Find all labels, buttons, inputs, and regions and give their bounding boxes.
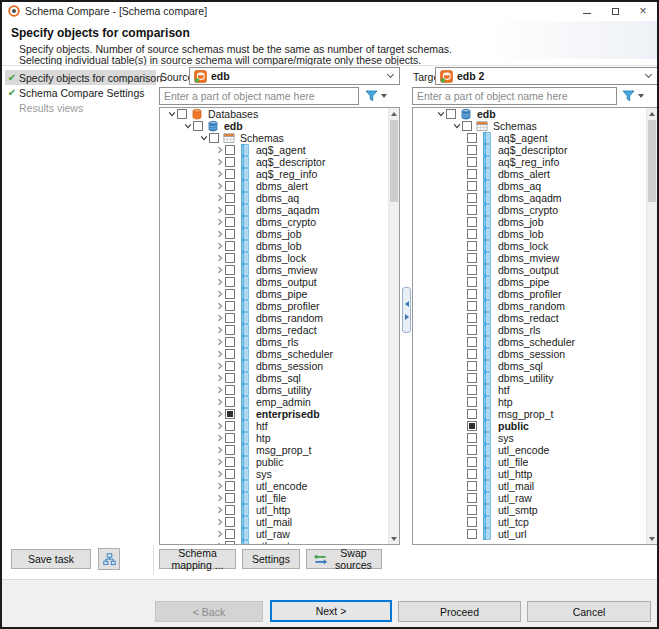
tree-checkbox[interactable]	[225, 481, 235, 491]
tree-checkbox[interactable]	[467, 493, 477, 503]
expander-closed-icon[interactable]	[214, 290, 225, 298]
tree-node[interactable]: emp_admin	[160, 396, 399, 408]
tree-node[interactable]: utl_raw	[160, 528, 399, 540]
tree-checkbox[interactable]	[225, 241, 235, 251]
tree-checkbox[interactable]	[225, 157, 235, 167]
expander-closed-icon[interactable]	[214, 194, 225, 202]
expander-closed-icon[interactable]	[214, 494, 225, 502]
tree-node[interactable]: dbms_session	[413, 348, 657, 360]
minimize-button[interactable]	[573, 2, 601, 20]
expander-closed-icon[interactable]	[214, 422, 225, 430]
tree-checkbox[interactable]	[467, 229, 477, 239]
tree-checkbox[interactable]	[467, 445, 477, 455]
tree-checkbox[interactable]	[225, 385, 235, 395]
tree-node[interactable]: dbms_output	[413, 264, 657, 276]
tree-node[interactable]: utl_tcp	[413, 516, 657, 528]
tree-checkbox[interactable]	[225, 505, 235, 515]
tree-checkbox[interactable]	[225, 361, 235, 371]
tree-checkbox[interactable]	[446, 109, 456, 119]
expander-closed-icon[interactable]	[214, 350, 225, 358]
expander-closed-icon[interactable]	[214, 218, 225, 226]
tree-checkbox[interactable]	[225, 229, 235, 239]
expander-closed-icon[interactable]	[214, 302, 225, 310]
tree-checkbox[interactable]	[467, 337, 477, 347]
proceed-button[interactable]: Proceed	[398, 601, 521, 622]
tree-node[interactable]: aq$_reg_info	[160, 168, 399, 180]
splitter-handle[interactable]	[402, 287, 411, 333]
target-filter-input[interactable]	[412, 87, 617, 105]
expander-closed-icon[interactable]	[214, 278, 225, 286]
tree-node[interactable]: aq$_descriptor	[413, 144, 657, 156]
next-button[interactable]: Next >	[270, 600, 392, 622]
tree-checkbox[interactable]	[467, 205, 477, 215]
tree-node[interactable]: dbms_job	[413, 216, 657, 228]
tree-node[interactable]: dbms_random	[413, 300, 657, 312]
tree-checkbox[interactable]	[467, 397, 477, 407]
tree-node[interactable]: utl_file	[160, 492, 399, 504]
tree-checkbox[interactable]	[193, 121, 203, 131]
tree-checkbox[interactable]	[467, 481, 477, 491]
tree-node[interactable]: aq$_reg_info	[413, 156, 657, 168]
tree-node[interactable]: dbms_pipe	[413, 276, 657, 288]
tree-node[interactable]: dbms_aq	[413, 180, 657, 192]
tree-node[interactable]: edb	[413, 108, 657, 120]
source-tree-scrollbar[interactable]	[388, 108, 399, 544]
tree-checkbox[interactable]	[467, 469, 477, 479]
tree-checkbox[interactable]	[467, 361, 477, 371]
tree-node[interactable]: dbms_crypto	[160, 216, 399, 228]
tree-node[interactable]: dbms_lock	[413, 240, 657, 252]
tree-checkbox[interactable]	[225, 193, 235, 203]
tree-node[interactable]: utl_url	[413, 528, 657, 540]
scroll-up-icon[interactable]	[389, 108, 399, 119]
expander-open-icon[interactable]	[451, 122, 462, 130]
tree-node[interactable]: dbms_utility	[160, 384, 399, 396]
tree-checkbox[interactable]	[225, 289, 235, 299]
expander-closed-icon[interactable]	[214, 314, 225, 322]
tree-node[interactable]: dbms_aqadm	[413, 192, 657, 204]
tree-node[interactable]: dbms_sql	[413, 360, 657, 372]
expander-closed-icon[interactable]	[214, 146, 225, 154]
expander-closed-icon[interactable]	[214, 158, 225, 166]
expander-closed-icon[interactable]	[214, 506, 225, 514]
tree-node[interactable]: dbms_redact	[160, 324, 399, 336]
tree-node[interactable]: public	[160, 456, 399, 468]
tree-checkbox[interactable]	[467, 133, 477, 143]
tree-node[interactable]: sys	[160, 468, 399, 480]
tree-checkbox[interactable]	[467, 349, 477, 359]
tree-node[interactable]: Schemas	[160, 132, 399, 144]
tree-node[interactable]: dbms_sql	[160, 372, 399, 384]
tree-checkbox[interactable]	[225, 373, 235, 383]
tree-checkbox[interactable]	[467, 313, 477, 323]
tree-checkbox[interactable]	[225, 169, 235, 179]
tree-node[interactable]: msg_prop_t	[413, 408, 657, 420]
save-task-button[interactable]: Save task	[11, 549, 91, 569]
tree-node[interactable]: dbms_utility	[413, 372, 657, 384]
tree-node[interactable]: public	[413, 420, 657, 432]
tree-node[interactable]: dbms_scheduler	[413, 336, 657, 348]
tree-checkbox[interactable]	[467, 181, 477, 191]
expander-closed-icon[interactable]	[214, 230, 225, 238]
expander-open-icon[interactable]	[198, 134, 209, 142]
tree-node[interactable]: dbms_alert	[160, 180, 399, 192]
tree-node[interactable]: dbms_profiler	[160, 300, 399, 312]
tree-checkbox[interactable]	[225, 457, 235, 467]
tree-checkbox[interactable]	[177, 109, 187, 119]
tree-checkbox[interactable]	[225, 421, 235, 431]
tree-checkbox[interactable]	[467, 277, 477, 287]
tree-checkbox[interactable]	[225, 145, 235, 155]
expander-closed-icon[interactable]	[214, 242, 225, 250]
tree-node[interactable]: utl_mail	[413, 480, 657, 492]
tree-node[interactable]: dbms_pipe	[160, 288, 399, 300]
tree-checkbox[interactable]	[225, 529, 235, 539]
step-item[interactable]: Results views	[5, 100, 156, 115]
tree-node[interactable]: aq$_agent	[413, 132, 657, 144]
tree-checkbox[interactable]	[467, 433, 477, 443]
tree-node[interactable]: aq$_agent	[160, 144, 399, 156]
tree-checkbox[interactable]	[225, 445, 235, 455]
cancel-button[interactable]: Cancel	[527, 601, 651, 622]
tree-node[interactable]: dbms_profiler	[413, 288, 657, 300]
tree-node[interactable]: dbms_job	[160, 228, 399, 240]
tree-node[interactable]: utl_http	[413, 468, 657, 480]
tree-node[interactable]: dbms_output	[160, 276, 399, 288]
expander-closed-icon[interactable]	[214, 374, 225, 382]
